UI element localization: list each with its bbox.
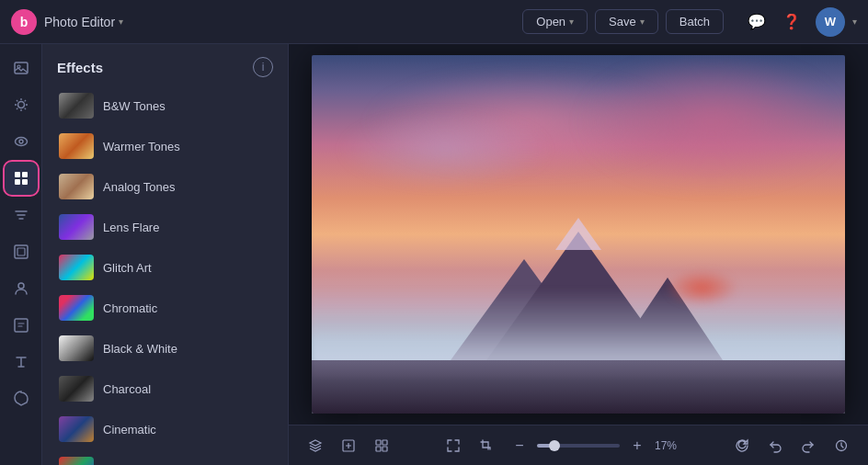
- svg-rect-9: [15, 245, 28, 258]
- svg-rect-14: [376, 440, 381, 445]
- effect-item[interactable]: Cinematic: [50, 410, 280, 448]
- svg-rect-12: [15, 319, 28, 332]
- effect-name: Black & White: [103, 342, 177, 356]
- effect-thumbnail: [59, 174, 94, 199]
- help-icon-button[interactable]: ❓: [777, 7, 806, 37]
- info-icon: i: [262, 61, 265, 74]
- zoom-slider-group: − + 17%: [506, 432, 684, 459]
- bottom-toolbar: − + 17%: [289, 425, 868, 465]
- undo-button[interactable]: [761, 432, 789, 459]
- edit-button[interactable]: [335, 432, 362, 459]
- zoom-out-button[interactable]: −: [506, 432, 533, 459]
- sidebar-item-photo[interactable]: [5, 51, 38, 85]
- sidebar-item-adjust[interactable]: [5, 88, 38, 121]
- effects-info-button[interactable]: i: [253, 57, 273, 77]
- effect-thumbnail: [59, 335, 94, 361]
- save-chevron-icon: ▾: [640, 17, 645, 27]
- sidebar-item-filters[interactable]: [5, 198, 38, 232]
- logo-letter: b: [20, 15, 29, 29]
- save-button[interactable]: Save ▾: [595, 9, 658, 34]
- svg-point-2: [17, 102, 24, 108]
- refresh-button[interactable]: [728, 432, 756, 459]
- svg-rect-17: [383, 447, 387, 451]
- svg-rect-7: [15, 179, 20, 185]
- sidebar-item-retouch[interactable]: [5, 125, 38, 158]
- svg-rect-8: [22, 179, 28, 185]
- sidebar-item-people[interactable]: [5, 272, 38, 305]
- fit-button[interactable]: [440, 432, 467, 459]
- effect-thumbnail: [59, 457, 94, 465]
- svg-point-1: [17, 65, 20, 68]
- layers-button[interactable]: [302, 432, 329, 459]
- effects-title: Effects: [57, 60, 103, 75]
- app-title-group[interactable]: Photo Editor ▾: [44, 15, 123, 29]
- cloud2: [578, 55, 845, 189]
- grid-button[interactable]: [368, 432, 395, 459]
- zoom-in-button[interactable]: +: [623, 432, 651, 459]
- mountain-snow: [555, 218, 601, 250]
- sidebar-item-frames[interactable]: [5, 235, 38, 268]
- svg-point-4: [19, 140, 23, 143]
- effect-thumbnail: [59, 214, 94, 240]
- chat-icon-button[interactable]: 💬: [742, 7, 771, 37]
- effect-thumbnail: [59, 295, 94, 321]
- canvas-main: [289, 44, 868, 425]
- effect-item[interactable]: Chromatic: [50, 289, 280, 327]
- sidebar-item-export[interactable]: [5, 309, 38, 342]
- svg-point-11: [18, 283, 24, 289]
- title-chevron-icon: ▾: [119, 17, 123, 27]
- effect-name: Charcoal: [103, 382, 151, 396]
- effect-item[interactable]: Color Pinhole: [50, 450, 280, 465]
- canvas-area: − + 17%: [289, 44, 868, 465]
- effect-name: Warmer Tones: [103, 140, 180, 153]
- icon-sidebar: [0, 44, 42, 465]
- svg-point-3: [15, 138, 27, 146]
- redo-button[interactable]: [794, 432, 822, 459]
- sidebar-item-sticker[interactable]: [5, 382, 38, 415]
- effect-name: B&W Tones: [103, 99, 166, 113]
- photo-canvas: [312, 55, 845, 414]
- effect-item[interactable]: Glitch Art: [50, 248, 280, 287]
- effect-name: Glitch Art: [103, 261, 152, 275]
- crop-button[interactable]: [473, 432, 500, 459]
- svg-rect-5: [15, 172, 20, 177]
- open-chevron-icon: ▾: [569, 17, 574, 27]
- toolbar-right-group: [728, 432, 855, 459]
- photo-glow-layer: [665, 269, 738, 306]
- zoom-percent: 17%: [655, 439, 684, 452]
- main-area: Effects i B&W TonesWarmer TonesAnalog To…: [0, 44, 868, 465]
- topbar-icon-group: 💬 ❓ W ▾: [742, 7, 857, 37]
- save-button-label: Save: [609, 15, 636, 28]
- open-button-label: Open: [536, 15, 565, 28]
- effect-name: Lens Flare: [103, 221, 159, 234]
- effect-name: Cinematic: [103, 423, 156, 437]
- app-title: Photo Editor: [44, 15, 115, 29]
- sidebar-item-text[interactable]: [5, 346, 38, 379]
- svg-rect-15: [383, 440, 387, 445]
- effects-list: B&W TonesWarmer TonesAnalog TonesLens Fl…: [42, 86, 288, 465]
- topbar-actions: Open ▾ Save ▾ Batch 💬 ❓ W ▾: [522, 7, 857, 37]
- cloud3: [338, 109, 552, 190]
- avatar-letter: W: [825, 15, 836, 28]
- photo-ground-layer: [312, 360, 845, 414]
- effect-item[interactable]: Black & White: [50, 329, 280, 368]
- effect-item[interactable]: Analog Tones: [50, 167, 280, 206]
- effects-header: Effects i: [42, 44, 288, 86]
- zoom-slider[interactable]: [537, 444, 620, 448]
- app-logo: b: [11, 9, 37, 35]
- sidebar-item-effects[interactable]: [5, 162, 38, 195]
- effect-thumbnail: [59, 255, 94, 280]
- topbar: b Photo Editor ▾ Open ▾ Save ▾ Batch 💬 ❓…: [0, 0, 868, 44]
- open-button[interactable]: Open ▾: [522, 9, 588, 34]
- batch-button[interactable]: Batch: [666, 9, 724, 34]
- effect-item[interactable]: Warmer Tones: [50, 127, 280, 165]
- batch-button-label: Batch: [680, 15, 710, 28]
- avatar[interactable]: W: [816, 7, 845, 37]
- effect-thumbnail: [59, 416, 94, 442]
- history-button[interactable]: [828, 432, 855, 459]
- effect-thumbnail: [59, 93, 94, 119]
- effect-item[interactable]: B&W Tones: [50, 86, 280, 125]
- svg-rect-0: [15, 62, 28, 74]
- effect-item[interactable]: Lens Flare: [50, 208, 280, 246]
- effect-item[interactable]: Charcoal: [50, 369, 280, 408]
